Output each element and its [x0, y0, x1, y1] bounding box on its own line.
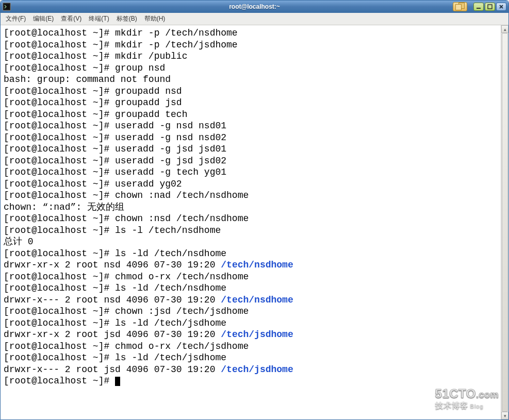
chevron-up-icon: ▴: [504, 27, 506, 32]
chevron-down-icon: ▾: [504, 413, 506, 418]
menu-tabs[interactable]: 标签(B): [113, 13, 140, 24]
window-title: root@localhost:~: [229, 3, 280, 10]
maximize-button[interactable]: [485, 3, 495, 11]
menu-view[interactable]: 查看(V): [58, 13, 85, 24]
maximize-icon: [487, 4, 492, 9]
scroll-up-button[interactable]: ▴: [501, 25, 508, 33]
text-cursor: [115, 377, 120, 386]
svg-rect-2: [488, 5, 492, 9]
menu-help[interactable]: 帮助(H): [141, 13, 169, 24]
terminal-window: root@localhost:~ 文件(F) 编辑(E) 查看(V) 终端(T)…: [0, 0, 509, 420]
minimize-button[interactable]: [473, 3, 484, 11]
scrollbar[interactable]: ▴ ▾: [501, 25, 508, 419]
terminal-body: [root@localhost ~]# mkdir -p /tech/nsdho…: [1, 25, 508, 419]
menu-terminal[interactable]: 终端(T): [86, 13, 112, 24]
svg-rect-1: [477, 8, 481, 9]
close-button[interactable]: [496, 3, 506, 11]
close-icon: [499, 4, 504, 9]
menubar: 文件(F) 编辑(E) 查看(V) 终端(T) 标签(B) 帮助(H): [1, 13, 508, 25]
svg-rect-0: [4, 4, 9, 9]
menu-edit[interactable]: 编辑(E): [30, 13, 57, 24]
terminal-output[interactable]: [root@localhost ~]# mkdir -p /tech/nsdho…: [1, 25, 501, 419]
titlebar[interactable]: root@localhost:~: [1, 1, 508, 13]
menu-file[interactable]: 文件(F): [3, 13, 29, 24]
windows-overview-icon[interactable]: [453, 2, 467, 11]
scroll-track[interactable]: [501, 33, 508, 412]
terminal-app-icon: [3, 3, 11, 11]
scroll-down-button[interactable]: ▾: [501, 412, 508, 419]
minimize-icon: [476, 4, 481, 9]
scroll-thumb[interactable]: [502, 33, 508, 412]
